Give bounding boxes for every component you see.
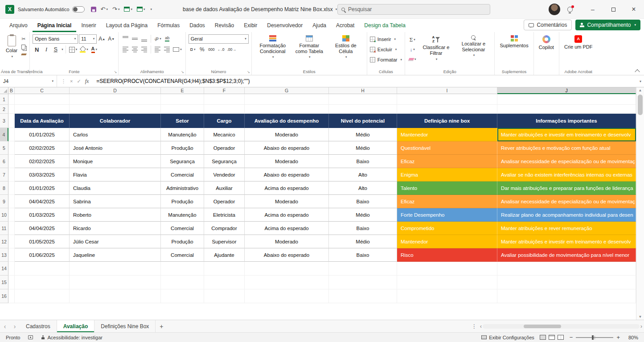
cancel-formula-icon[interactable]: × bbox=[70, 78, 73, 84]
cell-B3[interactable] bbox=[8, 114, 15, 128]
underline-button[interactable]: S bbox=[51, 45, 60, 54]
cell-D12[interactable]: Júlio Cesar bbox=[70, 235, 161, 248]
cell-C16[interactable] bbox=[15, 289, 70, 303]
scroll-right-icon[interactable]: › bbox=[640, 323, 642, 330]
cell-J10[interactable]: Realizar plano de acompanhamento individ… bbox=[497, 208, 636, 222]
find-select-button[interactable]: Localizar e Selecionar▾ bbox=[455, 33, 492, 68]
cell-H4[interactable]: Médio bbox=[329, 128, 397, 141]
percent-style-button[interactable]: % bbox=[198, 45, 206, 54]
increase-indent-button[interactable] bbox=[163, 45, 171, 54]
tab-exibir[interactable]: Exibir bbox=[239, 19, 262, 32]
cell-E7[interactable]: Comercial bbox=[161, 168, 204, 181]
column-header-J[interactable]: J bbox=[497, 87, 636, 94]
cell-E14[interactable] bbox=[161, 262, 204, 276]
table-header-cell-J[interactable]: Informações importantes bbox=[497, 114, 636, 128]
create-pdf-button[interactable]: A Crie um PDF bbox=[562, 33, 595, 52]
cell-F6[interactable]: Segurança bbox=[204, 155, 245, 168]
cell-G8[interactable]: Acima do esperado bbox=[245, 181, 329, 195]
cell-E1[interactable] bbox=[161, 94, 204, 105]
grow-font-button[interactable]: A▲ bbox=[98, 34, 106, 43]
number-format-select[interactable]: Geral▾ bbox=[189, 34, 249, 44]
collapse-ribbon-icon[interactable] bbox=[635, 69, 640, 73]
row-header-4[interactable]: 4 bbox=[0, 128, 8, 141]
row-header-14[interactable]: 14 bbox=[0, 262, 8, 276]
cell-E4[interactable]: Manutenção bbox=[161, 128, 204, 141]
cell-I15[interactable] bbox=[397, 276, 497, 289]
table-header-cell-E[interactable]: Setor bbox=[161, 114, 204, 128]
number-dialog-launcher-icon[interactable]: ↘ bbox=[247, 70, 250, 74]
row-header-1[interactable]: 1 bbox=[0, 94, 8, 105]
cell-G2[interactable] bbox=[245, 105, 329, 114]
borders-button[interactable]: ▾ bbox=[68, 45, 78, 54]
cell-I10[interactable]: Forte Desempenho bbox=[397, 208, 497, 222]
cell-F15[interactable] bbox=[204, 276, 245, 289]
cell-B10[interactable] bbox=[8, 208, 15, 222]
cell-J13[interactable]: Avaliar possibilidade de movimentação pa… bbox=[497, 248, 636, 262]
cell-E5[interactable]: Produção bbox=[161, 141, 204, 155]
cell-I12[interactable]: Mantenedor bbox=[397, 235, 497, 248]
row-header-9[interactable]: 9 bbox=[0, 195, 8, 208]
expand-formula-bar-icon[interactable]: ▾ bbox=[640, 79, 641, 83]
column-header-D[interactable]: D bbox=[70, 87, 161, 94]
cell-J6[interactable]: Analisar necessidade de especialização o… bbox=[497, 155, 636, 168]
table-header-cell-D[interactable]: Colaborador bbox=[70, 114, 161, 128]
cell-C11[interactable]: 04/04/2025 bbox=[15, 222, 70, 235]
align-bottom-button[interactable] bbox=[140, 34, 148, 43]
cell-E13[interactable]: Comercial bbox=[161, 248, 204, 262]
cell-D15[interactable] bbox=[70, 276, 161, 289]
row-header-13[interactable]: 13 bbox=[0, 248, 8, 262]
cell-F14[interactable] bbox=[204, 262, 245, 276]
cell-B16[interactable] bbox=[8, 289, 15, 303]
cell-B1[interactable] bbox=[8, 94, 15, 105]
tab-inserir[interactable]: Inserir bbox=[76, 19, 101, 32]
cell-G1[interactable] bbox=[245, 94, 329, 105]
tab-formulas[interactable]: Fórmulas bbox=[152, 19, 185, 32]
cell-B6[interactable] bbox=[8, 155, 15, 168]
cell-G13[interactable]: Abaixo do esperado bbox=[245, 248, 329, 262]
cell-C1[interactable] bbox=[15, 94, 70, 105]
decrease-decimal-button[interactable]: .00→ bbox=[226, 45, 237, 54]
cell-H14[interactable] bbox=[329, 262, 397, 276]
table-header-cell-G[interactable]: Avaliação do desempenho bbox=[245, 114, 329, 128]
table-header-cell-H[interactable]: Nível do potencial bbox=[329, 114, 397, 128]
tab-overflow-icon[interactable]: ⋮ bbox=[470, 320, 478, 332]
excel-logo-icon[interactable]: X bbox=[5, 5, 14, 14]
cell-J15[interactable] bbox=[497, 276, 636, 289]
cell-H7[interactable]: Alto bbox=[329, 168, 397, 181]
cell-J11[interactable]: Manter atribuições e rever remuneração bbox=[497, 222, 636, 235]
align-right-button[interactable] bbox=[140, 45, 148, 54]
cell-I4[interactable]: Mantenedor bbox=[397, 128, 497, 141]
cell-D9[interactable]: Sabrina bbox=[70, 195, 161, 208]
cell-C13[interactable]: 01/06/2025 bbox=[15, 248, 70, 262]
cell-F1[interactable] bbox=[204, 94, 245, 105]
cell-I1[interactable] bbox=[397, 94, 497, 105]
close-button[interactable]: × bbox=[623, 0, 644, 19]
sheet-nav-left-icon[interactable]: ‹ bbox=[0, 320, 10, 332]
column-header-E[interactable]: E bbox=[161, 87, 204, 94]
column-header-F[interactable]: F bbox=[204, 87, 245, 94]
insert-cells-button[interactable]: Inserir▾ bbox=[370, 34, 402, 44]
cell-H1[interactable] bbox=[329, 94, 397, 105]
cell-E2[interactable] bbox=[161, 105, 204, 114]
clipboard-dialog-launcher-icon[interactable]: ↘ bbox=[25, 70, 29, 74]
align-center-button[interactable] bbox=[131, 45, 139, 54]
cell-B4[interactable] bbox=[8, 128, 15, 141]
column-header-B[interactable]: B bbox=[8, 87, 15, 94]
comma-style-button[interactable]: 000 bbox=[207, 45, 216, 54]
cell-H8[interactable]: Alto bbox=[329, 181, 397, 195]
cell-styles-button[interactable]: Estilos de Célula▾ bbox=[328, 33, 364, 68]
qat-table-button-2[interactable]: ▾ bbox=[135, 5, 147, 13]
cell-E12[interactable]: Produção bbox=[161, 235, 204, 248]
orientation-button[interactable]: ab▾ bbox=[153, 34, 162, 43]
zoom-slider[interactable] bbox=[576, 337, 613, 338]
page-break-view-icon[interactable] bbox=[558, 335, 564, 340]
cell-F16[interactable] bbox=[204, 289, 245, 303]
notifications-icon[interactable] bbox=[567, 7, 573, 12]
cell-H11[interactable]: Baixo bbox=[329, 222, 397, 235]
normal-view-icon[interactable] bbox=[540, 335, 546, 340]
cell-D1[interactable] bbox=[70, 94, 161, 105]
clear-button[interactable]: ▾ bbox=[408, 55, 417, 64]
cell-F12[interactable]: Supervisor bbox=[204, 235, 245, 248]
tab-ajuda[interactable]: Ajuda bbox=[308, 19, 331, 32]
zoom-in-button[interactable]: + bbox=[616, 334, 620, 341]
